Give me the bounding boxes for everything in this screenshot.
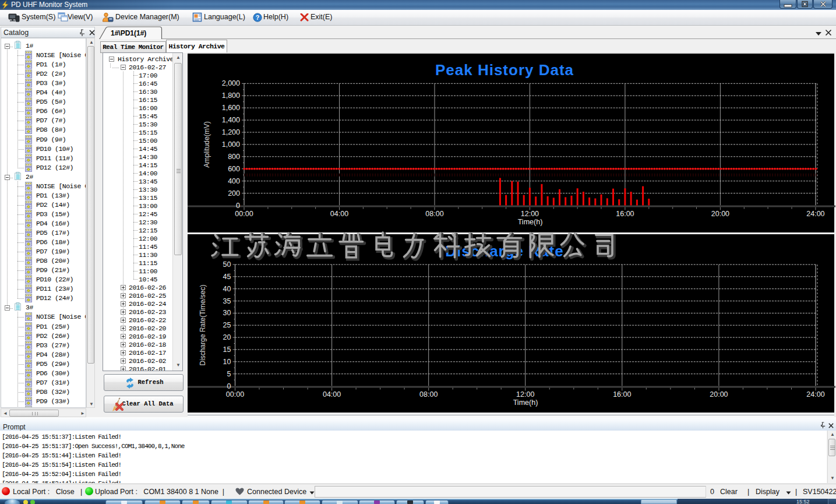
svg-text:24:00: 24:00	[806, 210, 824, 218]
svg-text:40: 40	[223, 285, 231, 293]
svg-text:10: 10	[223, 358, 231, 366]
svg-text:16:00: 16:00	[613, 390, 631, 399]
svg-text:800: 800	[228, 153, 240, 161]
svg-text:1,800: 1,800	[222, 91, 240, 100]
svg-text:Time(h): Time(h)	[518, 218, 543, 226]
svg-text:45: 45	[223, 273, 231, 281]
svg-text:Time(h): Time(h)	[513, 399, 538, 407]
svg-text:25: 25	[223, 321, 231, 329]
svg-text:35: 35	[223, 297, 231, 305]
svg-text:?: ?	[256, 14, 260, 21]
svg-text:Discharge Rate(Time/sec): Discharge Rate(Time/sec)	[199, 285, 207, 366]
svg-text:Amplitude(mV): Amplitude(mV)	[203, 121, 211, 167]
svg-text:12:00: 12:00	[521, 210, 539, 218]
svg-text:08:00: 08:00	[425, 210, 443, 218]
svg-text:15: 15	[223, 346, 231, 354]
svg-text:2,000: 2,000	[222, 79, 240, 87]
svg-text:04:00: 04:00	[323, 390, 341, 399]
svg-text:08:00: 08:00	[419, 390, 438, 399]
svg-text:20:00: 20:00	[711, 210, 729, 218]
svg-text:20: 20	[223, 333, 231, 341]
svg-text:200: 200	[228, 189, 240, 198]
svg-text:600: 600	[228, 165, 240, 173]
svg-text:04:00: 04:00	[330, 210, 348, 218]
svg-text:1,000: 1,000	[222, 140, 240, 149]
svg-text:30: 30	[223, 309, 231, 317]
svg-text:00:00: 00:00	[235, 210, 253, 218]
svg-text:20:00: 20:00	[710, 390, 728, 399]
svg-text:Peak History Data: Peak History Data	[435, 61, 574, 79]
svg-text:00:00: 00:00	[226, 390, 244, 399]
svg-text:400: 400	[228, 177, 240, 185]
svg-text:0: 0	[227, 382, 231, 390]
svg-text:12:00: 12:00	[516, 390, 534, 399]
svg-text:1,600: 1,600	[222, 104, 240, 112]
svg-text:16:00: 16:00	[616, 210, 634, 218]
svg-text:1,200: 1,200	[222, 128, 240, 136]
svg-text:5: 5	[227, 370, 231, 378]
svg-text:0: 0	[236, 202, 240, 210]
svg-text:1,400: 1,400	[222, 116, 240, 124]
svg-text:24:00: 24:00	[806, 390, 824, 399]
